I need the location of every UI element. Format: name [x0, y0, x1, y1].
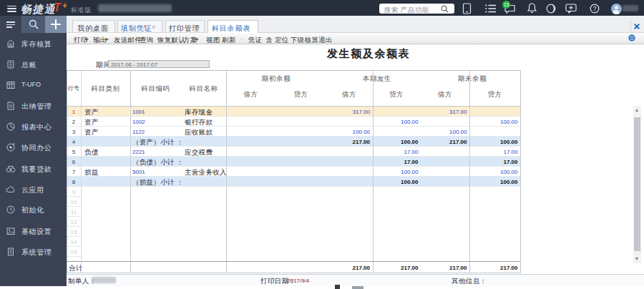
svg-text:?: ? — [593, 5, 597, 12]
